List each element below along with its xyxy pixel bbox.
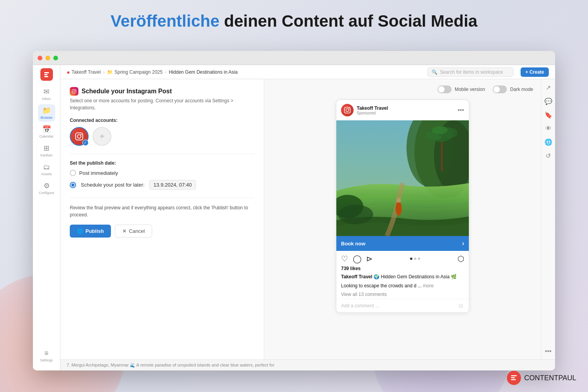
cancel-button[interactable]: ✕ Cancel bbox=[115, 225, 152, 238]
radio-post-immediately[interactable]: Post immediately bbox=[70, 170, 254, 176]
post-account-info: Takeoff Travel Sponsored bbox=[341, 104, 388, 116]
sidebar-item-calendar-label: Calendar bbox=[39, 134, 54, 138]
post-likes: 739 likes bbox=[336, 265, 469, 273]
eye-icon[interactable]: 👁 bbox=[545, 125, 552, 132]
sidebar-settings-label: Settings bbox=[40, 358, 53, 362]
post-header: Takeoff Travel Sponsored ••• bbox=[336, 100, 469, 120]
main-content: ● Takeoff Travel › 📁 Spring Campaign 202… bbox=[60, 65, 555, 370]
post-comments-link[interactable]: View all 13 comments bbox=[336, 291, 469, 299]
dot-3 bbox=[418, 258, 420, 260]
radio-btn-schedule[interactable] bbox=[70, 182, 76, 188]
scheduled-date-value[interactable]: 13.9.2024, 07:40 bbox=[149, 180, 196, 190]
sidebar-item-inbox[interactable]: ✉ Inbox bbox=[38, 85, 55, 103]
sidebar-item-inbox-label: Inbox bbox=[42, 97, 51, 101]
dark-mode-toggle[interactable]: Dark mode bbox=[493, 85, 533, 93]
sidebar-item-kanban-label: Kanban bbox=[40, 153, 53, 157]
breadcrumb-workspace: ● Takeoff Travel bbox=[67, 69, 101, 75]
more-link[interactable]: more bbox=[423, 283, 434, 289]
main-heading: Veröffentliche deinen Content auf Social… bbox=[0, 0, 588, 38]
svg-rect-3 bbox=[72, 89, 76, 93]
breadcrumb-workspace-name: Takeoff Travel bbox=[71, 69, 100, 75]
post-comment-input[interactable]: Add a comment ... ☺ bbox=[336, 299, 469, 312]
traffic-light-red[interactable] bbox=[38, 56, 42, 60]
sidebar-item-assets-label: Assets bbox=[41, 172, 52, 176]
heading-rest: deinen Content auf Social Media bbox=[220, 12, 477, 30]
account-avatar-1[interactable]: ✓ bbox=[70, 127, 89, 146]
panel-area: Schedule your Instagram Post Select one … bbox=[60, 79, 555, 359]
contentpaul-icon bbox=[507, 371, 521, 385]
svg-rect-1 bbox=[44, 74, 47, 75]
radio-schedule-later[interactable]: Schedule your post for later: 13.9.2024,… bbox=[70, 180, 254, 190]
publish-button[interactable]: 🌐 Publish bbox=[70, 225, 111, 238]
post-action-left: ♡ ◯ ⊳ bbox=[341, 254, 373, 263]
contentpaul-text: CONTENTPAUL bbox=[524, 374, 576, 382]
svg-rect-26 bbox=[511, 375, 517, 376]
post-carousel-dots bbox=[410, 258, 420, 260]
comment-right-icon[interactable]: 💬 bbox=[544, 98, 552, 105]
share-icon[interactable]: ⊳ bbox=[366, 254, 373, 263]
settings-right-icon[interactable]: ↺ bbox=[546, 152, 551, 160]
radio-btn-immediately[interactable] bbox=[70, 170, 76, 176]
post-account-name: Takeoff Travel bbox=[357, 105, 388, 111]
sidebar-item-settings[interactable]: ≡ Settings bbox=[38, 347, 55, 364]
post-avatar bbox=[341, 104, 354, 116]
breadcrumb-sep-1: › bbox=[103, 69, 105, 75]
comment-icon[interactable]: ◯ bbox=[353, 254, 361, 263]
svg-point-11 bbox=[348, 108, 349, 109]
bookmark-right-icon[interactable]: 🔖 bbox=[544, 111, 552, 119]
traffic-light-green[interactable] bbox=[53, 56, 58, 60]
traffic-light-yellow[interactable] bbox=[45, 56, 50, 60]
svg-rect-2 bbox=[44, 76, 48, 77]
sidebar-item-browse-label: Browse bbox=[40, 116, 52, 120]
sidebar-item-browse[interactable]: 📁 Browse bbox=[38, 104, 55, 122]
sidebar-item-calendar[interactable]: 📅 Calendar bbox=[38, 123, 55, 140]
preview-controls: Mobile version Dark mode bbox=[272, 85, 533, 93]
heart-icon[interactable]: ♡ bbox=[341, 254, 348, 263]
globe-right-icon[interactable]: 🌐 bbox=[544, 138, 552, 146]
more-right-icon[interactable]: ••• bbox=[545, 348, 552, 355]
emoji-icon[interactable]: ☺ bbox=[458, 302, 464, 309]
account-avatar-2[interactable]: ✦ bbox=[93, 127, 111, 146]
sidebar-item-configure[interactable]: ⚙ Configure bbox=[38, 180, 55, 197]
book-now-bar[interactable]: Book now › bbox=[336, 236, 469, 251]
sidebar-item-kanban[interactable]: ⊞ Kanban bbox=[38, 142, 55, 159]
browser-chrome bbox=[33, 51, 555, 65]
search-bar[interactable]: 🔍 Search for items in workspace bbox=[427, 67, 514, 77]
post-image-bg bbox=[336, 120, 469, 236]
post-caption-text: 🌍 Hidden Gem Destinations in Asia 🌿 bbox=[374, 274, 457, 279]
post-caption: Takeoff Travel 🌍 Hidden Gem Destinations… bbox=[336, 273, 469, 282]
right-panel: Mobile version Dark mode bbox=[264, 79, 541, 359]
bottom-bar-text: 7. Mergui Archipelago, Myanmar 🌊 A remot… bbox=[67, 363, 274, 368]
content-text: CONTENT bbox=[524, 374, 558, 382]
comment-placeholder: Add a comment ... bbox=[341, 303, 379, 309]
check-badge: ✓ bbox=[82, 140, 89, 146]
svg-rect-28 bbox=[511, 379, 516, 380]
bottom-bar: 7. Mergui Archipelago, Myanmar 🌊 A remot… bbox=[60, 359, 555, 370]
mobile-version-toggle[interactable]: Mobile version bbox=[437, 85, 485, 93]
right-side-icons: ↗ 💬 🔖 👁 🌐 ↺ ••• bbox=[541, 79, 555, 359]
bookmark-icon[interactable]: ⬡ bbox=[457, 254, 464, 263]
panel-title: Schedule your Instagram Post bbox=[70, 87, 254, 96]
mobile-version-label: Mobile version bbox=[455, 87, 485, 92]
heading-colored: Veröffentliche bbox=[111, 12, 220, 30]
post-image bbox=[336, 120, 469, 236]
sidebar-item-assets[interactable]: 🗂 Assets bbox=[38, 161, 55, 178]
connected-accounts: ✓ ✦ bbox=[70, 127, 254, 146]
search-placeholder: Search for items in workspace bbox=[440, 69, 503, 75]
sidebar: ✉ Inbox 📁 Browse 📅 Calendar ⊞ Kanban 🗂 A… bbox=[33, 65, 60, 370]
svg-rect-27 bbox=[511, 377, 515, 378]
sidebar-item-configure-label: Configure bbox=[39, 191, 54, 195]
post-caption-desc: Looking to escape the crowds and d ... m… bbox=[336, 282, 469, 291]
breadcrumb-folder[interactable]: 📁 Spring Campaign 2025 bbox=[107, 69, 163, 75]
dark-mode-toggle-btn[interactable] bbox=[493, 85, 507, 93]
globe-icon: 🌐 bbox=[77, 228, 83, 234]
publish-date-section: Set the publish date: Post immediately S… bbox=[70, 160, 254, 190]
dot-1 bbox=[410, 258, 412, 260]
radio-label-immediately: Post immediately bbox=[79, 170, 118, 176]
terrace-svg bbox=[336, 120, 469, 236]
post-more-button[interactable]: ••• bbox=[457, 107, 464, 114]
mobile-version-toggle-btn[interactable] bbox=[437, 85, 452, 93]
sidebar-bottom: ≡ Settings bbox=[38, 347, 55, 367]
create-button[interactable]: + Create bbox=[521, 67, 549, 77]
share-right-icon[interactable]: ↗ bbox=[546, 84, 551, 91]
